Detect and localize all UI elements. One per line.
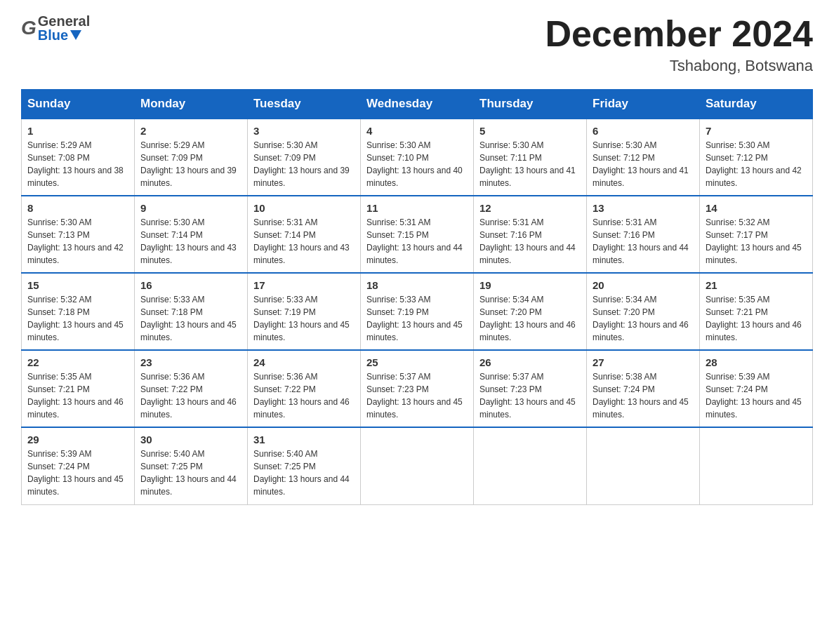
table-row: 18 Sunrise: 5:33 AMSunset: 7:19 PMDaylig… <box>361 273 474 350</box>
calendar-week-row: 29 Sunrise: 5:39 AMSunset: 7:24 PMDaylig… <box>22 427 813 504</box>
svg-marker-0 <box>70 30 81 40</box>
day-number: 10 <box>253 202 355 214</box>
day-number: 28 <box>706 356 807 368</box>
day-number: 24 <box>253 356 355 368</box>
table-row <box>700 427 813 504</box>
table-row: 28 Sunrise: 5:39 AMSunset: 7:24 PMDaylig… <box>700 350 813 427</box>
day-info: Sunrise: 5:30 AMSunset: 7:13 PMDaylight:… <box>27 216 128 267</box>
table-row: 9 Sunrise: 5:30 AMSunset: 7:14 PMDayligh… <box>135 196 248 273</box>
day-number: 27 <box>593 356 694 368</box>
table-row: 20 Sunrise: 5:34 AMSunset: 7:20 PMDaylig… <box>587 273 700 350</box>
table-row: 7 Sunrise: 5:30 AMSunset: 7:12 PMDayligh… <box>700 119 813 196</box>
day-info: Sunrise: 5:31 AMSunset: 7:15 PMDaylight:… <box>366 216 468 267</box>
day-info: Sunrise: 5:32 AMSunset: 7:17 PMDaylight:… <box>706 216 807 267</box>
day-info: Sunrise: 5:30 AMSunset: 7:11 PMDaylight:… <box>479 139 581 189</box>
day-number: 23 <box>140 356 241 368</box>
col-friday: Friday <box>587 90 700 119</box>
table-row: 27 Sunrise: 5:38 AMSunset: 7:24 PMDaylig… <box>587 350 700 427</box>
col-sunday: Sunday <box>22 90 135 119</box>
col-wednesday: Wednesday <box>361 90 474 119</box>
table-row: 11 Sunrise: 5:31 AMSunset: 7:15 PMDaylig… <box>361 196 474 273</box>
calendar-table: Sunday Monday Tuesday Wednesday Thursday… <box>21 89 813 505</box>
day-info: Sunrise: 5:29 AMSunset: 7:09 PMDaylight:… <box>140 139 241 189</box>
day-number: 4 <box>366 125 468 137</box>
day-info: Sunrise: 5:35 AMSunset: 7:21 PMDaylight:… <box>27 370 128 421</box>
page-header: G General Blue December 2024 Tshabong, B… <box>21 14 813 75</box>
table-row <box>587 427 700 504</box>
logo-blue-text: Blue <box>38 28 68 42</box>
day-number: 22 <box>27 356 128 368</box>
day-number: 16 <box>140 279 241 291</box>
table-row: 14 Sunrise: 5:32 AMSunset: 7:17 PMDaylig… <box>700 196 813 273</box>
logo: G General Blue <box>21 14 90 42</box>
day-info: Sunrise: 5:31 AMSunset: 7:16 PMDaylight:… <box>479 216 581 267</box>
day-number: 14 <box>706 202 807 214</box>
day-number: 11 <box>366 202 468 214</box>
table-row: 17 Sunrise: 5:33 AMSunset: 7:19 PMDaylig… <box>248 273 361 350</box>
days-header-row: Sunday Monday Tuesday Wednesday Thursday… <box>22 90 813 119</box>
day-number: 1 <box>27 125 128 137</box>
table-row: 13 Sunrise: 5:31 AMSunset: 7:16 PMDaylig… <box>587 196 700 273</box>
table-row: 4 Sunrise: 5:30 AMSunset: 7:10 PMDayligh… <box>361 119 474 196</box>
day-number: 6 <box>593 125 694 137</box>
table-row: 25 Sunrise: 5:37 AMSunset: 7:23 PMDaylig… <box>361 350 474 427</box>
col-thursday: Thursday <box>474 90 587 119</box>
table-row: 8 Sunrise: 5:30 AMSunset: 7:13 PMDayligh… <box>22 196 135 273</box>
table-row: 26 Sunrise: 5:37 AMSunset: 7:23 PMDaylig… <box>474 350 587 427</box>
calendar-week-row: 15 Sunrise: 5:32 AMSunset: 7:18 PMDaylig… <box>22 273 813 350</box>
day-info: Sunrise: 5:30 AMSunset: 7:12 PMDaylight:… <box>593 139 694 189</box>
table-row: 31 Sunrise: 5:40 AMSunset: 7:25 PMDaylig… <box>248 427 361 504</box>
day-info: Sunrise: 5:36 AMSunset: 7:22 PMDaylight:… <box>140 370 241 421</box>
day-info: Sunrise: 5:31 AMSunset: 7:16 PMDaylight:… <box>593 216 694 267</box>
day-number: 26 <box>479 356 581 368</box>
day-info: Sunrise: 5:33 AMSunset: 7:19 PMDaylight:… <box>366 293 468 344</box>
calendar-location: Tshabong, Botswana <box>545 57 813 75</box>
table-row: 23 Sunrise: 5:36 AMSunset: 7:22 PMDaylig… <box>135 350 248 427</box>
day-number: 12 <box>479 202 581 214</box>
day-info: Sunrise: 5:30 AMSunset: 7:09 PMDaylight:… <box>253 139 355 189</box>
col-tuesday: Tuesday <box>248 90 361 119</box>
table-row: 30 Sunrise: 5:40 AMSunset: 7:25 PMDaylig… <box>135 427 248 504</box>
table-row: 2 Sunrise: 5:29 AMSunset: 7:09 PMDayligh… <box>135 119 248 196</box>
day-number: 31 <box>253 434 355 445</box>
day-info: Sunrise: 5:35 AMSunset: 7:21 PMDaylight:… <box>706 293 807 344</box>
table-row: 16 Sunrise: 5:33 AMSunset: 7:18 PMDaylig… <box>135 273 248 350</box>
calendar-week-row: 22 Sunrise: 5:35 AMSunset: 7:21 PMDaylig… <box>22 350 813 427</box>
table-row: 29 Sunrise: 5:39 AMSunset: 7:24 PMDaylig… <box>22 427 135 504</box>
day-number: 25 <box>366 356 468 368</box>
day-number: 9 <box>140 202 241 214</box>
day-info: Sunrise: 5:30 AMSunset: 7:12 PMDaylight:… <box>706 139 807 189</box>
day-number: 7 <box>706 125 807 137</box>
day-number: 2 <box>140 125 241 137</box>
table-row: 24 Sunrise: 5:36 AMSunset: 7:22 PMDaylig… <box>248 350 361 427</box>
day-info: Sunrise: 5:33 AMSunset: 7:18 PMDaylight:… <box>140 293 241 344</box>
table-row: 3 Sunrise: 5:30 AMSunset: 7:09 PMDayligh… <box>248 119 361 196</box>
table-row <box>361 427 474 504</box>
table-row: 1 Sunrise: 5:29 AMSunset: 7:08 PMDayligh… <box>22 119 135 196</box>
table-row: 19 Sunrise: 5:34 AMSunset: 7:20 PMDaylig… <box>474 273 587 350</box>
table-row: 10 Sunrise: 5:31 AMSunset: 7:14 PMDaylig… <box>248 196 361 273</box>
day-number: 15 <box>27 279 128 291</box>
day-info: Sunrise: 5:40 AMSunset: 7:25 PMDaylight:… <box>140 448 241 498</box>
day-info: Sunrise: 5:29 AMSunset: 7:08 PMDaylight:… <box>27 139 128 189</box>
day-info: Sunrise: 5:39 AMSunset: 7:24 PMDaylight:… <box>706 370 807 421</box>
day-info: Sunrise: 5:33 AMSunset: 7:19 PMDaylight:… <box>253 293 355 344</box>
day-number: 21 <box>706 279 807 291</box>
day-info: Sunrise: 5:37 AMSunset: 7:23 PMDaylight:… <box>366 370 468 421</box>
calendar-week-row: 1 Sunrise: 5:29 AMSunset: 7:08 PMDayligh… <box>22 119 813 196</box>
day-info: Sunrise: 5:32 AMSunset: 7:18 PMDaylight:… <box>27 293 128 344</box>
table-row: 22 Sunrise: 5:35 AMSunset: 7:21 PMDaylig… <box>22 350 135 427</box>
day-number: 13 <box>593 202 694 214</box>
table-row: 15 Sunrise: 5:32 AMSunset: 7:18 PMDaylig… <box>22 273 135 350</box>
col-monday: Monday <box>135 90 248 119</box>
table-row: 6 Sunrise: 5:30 AMSunset: 7:12 PMDayligh… <box>587 119 700 196</box>
day-info: Sunrise: 5:36 AMSunset: 7:22 PMDaylight:… <box>253 370 355 421</box>
day-number: 8 <box>27 202 128 214</box>
calendar-month-title: December 2024 <box>545 14 813 54</box>
day-info: Sunrise: 5:40 AMSunset: 7:25 PMDaylight:… <box>253 448 355 498</box>
day-number: 17 <box>253 279 355 291</box>
logo-general-text: General <box>38 14 90 28</box>
calendar-week-row: 8 Sunrise: 5:30 AMSunset: 7:13 PMDayligh… <box>22 196 813 273</box>
day-info: Sunrise: 5:37 AMSunset: 7:23 PMDaylight:… <box>479 370 581 421</box>
day-number: 3 <box>253 125 355 137</box>
